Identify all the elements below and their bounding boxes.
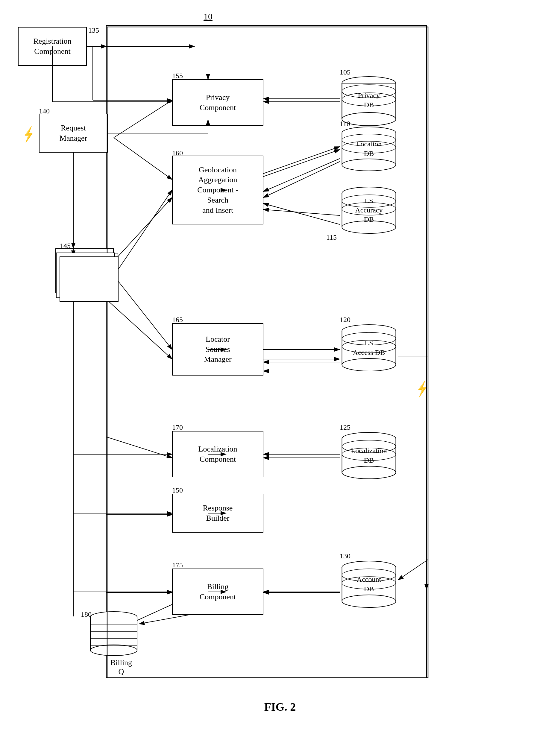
location-db-label: LocationDB bbox=[356, 140, 382, 158]
svg-point-69 bbox=[342, 466, 396, 479]
localization-component-ref: 170 bbox=[172, 423, 183, 431]
arrows-overlay bbox=[0, 0, 560, 737]
svg-line-13 bbox=[263, 147, 340, 174]
account-db-ref: 130 bbox=[340, 552, 350, 560]
fig-label: FIG. 2 bbox=[0, 700, 560, 719]
billing-component-label: BillingComponent bbox=[200, 582, 236, 602]
svg-point-83 bbox=[90, 645, 137, 656]
ls-accuracy-db: LSAccuracyDB bbox=[340, 186, 398, 235]
privacy-db-ref: 105 bbox=[340, 68, 350, 76]
locator-sources-ref: 165 bbox=[172, 316, 183, 324]
localization-db-label: LocalizationDB bbox=[351, 446, 387, 465]
svg-line-14 bbox=[263, 159, 340, 192]
locator-sources-label: LocatorSourcesManager bbox=[204, 334, 231, 365]
response-builder-label: ResponseBuilder bbox=[203, 503, 233, 523]
registration-component-box: RegistrationComponent bbox=[18, 27, 87, 66]
billing-q-text: BillingQ bbox=[102, 658, 141, 676]
svg-line-9 bbox=[114, 100, 172, 138]
svg-line-19 bbox=[106, 437, 172, 458]
billing-q-ref: 180 bbox=[81, 610, 92, 618]
account-db: AccountDB bbox=[340, 559, 398, 609]
billing-q bbox=[88, 610, 139, 657]
localization-db: LocalizationDB bbox=[340, 431, 398, 480]
ls-access-db-label: LSAccess DB bbox=[353, 339, 385, 357]
svg-point-62 bbox=[342, 359, 396, 371]
privacy-db-label: PrivacyDB bbox=[358, 91, 380, 110]
registration-component-label: RegistrationComponent bbox=[33, 36, 71, 57]
geolocation-ref: 160 bbox=[172, 149, 183, 157]
request-handler-ref: 145 bbox=[60, 242, 71, 250]
localization-component-box: LocalizationComponent bbox=[172, 431, 263, 477]
privacy-db: PrivacyDB bbox=[340, 75, 398, 126]
lightning-left: ⚡ bbox=[23, 126, 34, 143]
geolocation-label: GeolocationAggregationComponent -Searcha… bbox=[197, 165, 238, 216]
localization-db-ref: 125 bbox=[340, 423, 350, 431]
request-handler-label: RequestHandler bbox=[77, 265, 102, 286]
svg-point-76 bbox=[342, 595, 396, 607]
location-db-ref: 110 bbox=[340, 120, 350, 128]
privacy-component-label: PrivacyComponent bbox=[200, 93, 236, 113]
response-builder-ref: 150 bbox=[172, 486, 183, 494]
request-manager-box: RequestManager bbox=[39, 114, 108, 153]
geolocation-box: GeolocationAggregationComponent -Searcha… bbox=[172, 156, 263, 225]
response-builder-box: ResponseBuilder bbox=[172, 494, 263, 533]
locator-sources-box: LocatorSourcesManager bbox=[172, 323, 263, 375]
registration-ref: 135 bbox=[88, 26, 99, 34]
svg-point-48 bbox=[342, 159, 396, 171]
request-manager-ref: 140 bbox=[39, 107, 50, 115]
system-label: 10 bbox=[204, 11, 213, 22]
svg-line-10 bbox=[114, 138, 172, 180]
request-manager-label: RequestManager bbox=[60, 123, 87, 143]
ls-accuracy-db-label: LSAccuracyDB bbox=[355, 196, 383, 225]
account-db-label: AccountDB bbox=[357, 575, 381, 593]
ls-access-db-ref: 120 bbox=[340, 316, 350, 324]
ls-access-db: LSAccess DB bbox=[340, 323, 398, 372]
svg-line-11 bbox=[106, 299, 172, 359]
svg-line-15 bbox=[263, 204, 340, 225]
privacy-component-box: PrivacyComponent bbox=[172, 79, 263, 126]
location-db: LocationDB bbox=[340, 126, 398, 172]
request-handler-box-front: RequestHandler bbox=[60, 253, 118, 298]
diagram: 10 RegistrationComponent 135 PrivacyComp… bbox=[0, 0, 560, 737]
billing-component-box: BillingComponent bbox=[172, 568, 263, 615]
billing-component-ref: 175 bbox=[172, 561, 183, 569]
localization-component-label: LocalizationComponent bbox=[198, 444, 237, 464]
lightning-right: ⚡ bbox=[417, 380, 428, 397]
ls-accuracy-db-ref: 115 bbox=[326, 234, 337, 242]
privacy-component-ref: 155 bbox=[172, 72, 183, 80]
